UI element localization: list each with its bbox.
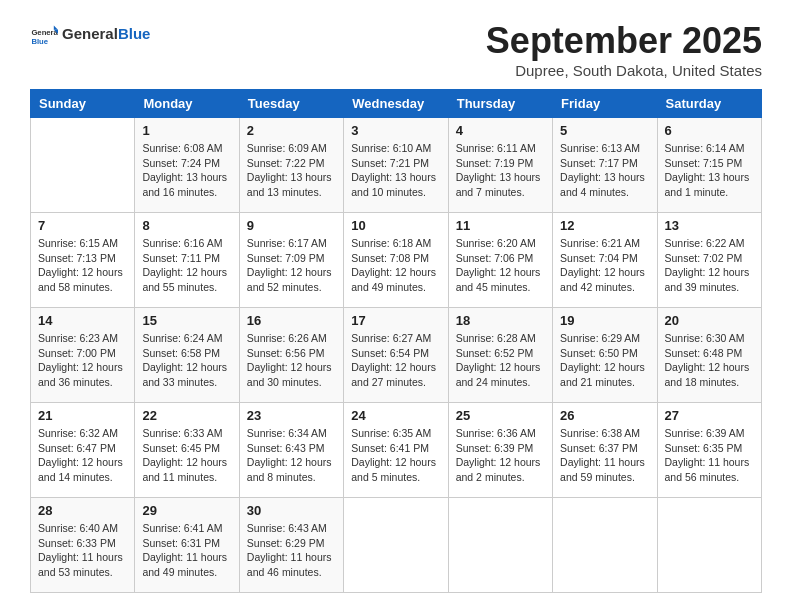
day-info: Sunrise: 6:11 AM Sunset: 7:19 PM Dayligh… bbox=[456, 141, 545, 200]
calendar-cell: 5Sunrise: 6:13 AM Sunset: 7:17 PM Daylig… bbox=[553, 118, 657, 213]
day-number: 18 bbox=[456, 313, 545, 328]
day-info: Sunrise: 6:23 AM Sunset: 7:00 PM Dayligh… bbox=[38, 331, 127, 390]
day-info: Sunrise: 6:39 AM Sunset: 6:35 PM Dayligh… bbox=[665, 426, 754, 485]
day-info: Sunrise: 6:33 AM Sunset: 6:45 PM Dayligh… bbox=[142, 426, 231, 485]
day-info: Sunrise: 6:26 AM Sunset: 6:56 PM Dayligh… bbox=[247, 331, 336, 390]
calendar-cell: 19Sunrise: 6:29 AM Sunset: 6:50 PM Dayli… bbox=[553, 308, 657, 403]
calendar-cell: 21Sunrise: 6:32 AM Sunset: 6:47 PM Dayli… bbox=[31, 403, 135, 498]
day-info: Sunrise: 6:21 AM Sunset: 7:04 PM Dayligh… bbox=[560, 236, 649, 295]
calendar-week-row: 1Sunrise: 6:08 AM Sunset: 7:24 PM Daylig… bbox=[31, 118, 762, 213]
day-number: 24 bbox=[351, 408, 440, 423]
day-number: 9 bbox=[247, 218, 336, 233]
day-number: 15 bbox=[142, 313, 231, 328]
day-info: Sunrise: 6:10 AM Sunset: 7:21 PM Dayligh… bbox=[351, 141, 440, 200]
header-wednesday: Wednesday bbox=[344, 90, 448, 118]
calendar-cell: 6Sunrise: 6:14 AM Sunset: 7:15 PM Daylig… bbox=[657, 118, 761, 213]
header-sunday: Sunday bbox=[31, 90, 135, 118]
calendar-table: SundayMondayTuesdayWednesdayThursdayFrid… bbox=[30, 89, 762, 593]
day-number: 8 bbox=[142, 218, 231, 233]
calendar-cell bbox=[553, 498, 657, 593]
header-friday: Friday bbox=[553, 90, 657, 118]
day-number: 20 bbox=[665, 313, 754, 328]
month-year: September 2025 bbox=[486, 20, 762, 62]
calendar-week-row: 21Sunrise: 6:32 AM Sunset: 6:47 PM Dayli… bbox=[31, 403, 762, 498]
calendar-cell: 29Sunrise: 6:41 AM Sunset: 6:31 PM Dayli… bbox=[135, 498, 239, 593]
day-info: Sunrise: 6:38 AM Sunset: 6:37 PM Dayligh… bbox=[560, 426, 649, 485]
day-number: 10 bbox=[351, 218, 440, 233]
calendar-cell: 18Sunrise: 6:28 AM Sunset: 6:52 PM Dayli… bbox=[448, 308, 552, 403]
header: General Blue GeneralBlue September 2025 … bbox=[30, 20, 762, 79]
calendar-cell bbox=[31, 118, 135, 213]
day-number: 29 bbox=[142, 503, 231, 518]
day-info: Sunrise: 6:18 AM Sunset: 7:08 PM Dayligh… bbox=[351, 236, 440, 295]
day-number: 13 bbox=[665, 218, 754, 233]
calendar-cell: 26Sunrise: 6:38 AM Sunset: 6:37 PM Dayli… bbox=[553, 403, 657, 498]
calendar-cell: 10Sunrise: 6:18 AM Sunset: 7:08 PM Dayli… bbox=[344, 213, 448, 308]
day-info: Sunrise: 6:27 AM Sunset: 6:54 PM Dayligh… bbox=[351, 331, 440, 390]
day-number: 5 bbox=[560, 123, 649, 138]
calendar-cell: 25Sunrise: 6:36 AM Sunset: 6:39 PM Dayli… bbox=[448, 403, 552, 498]
day-info: Sunrise: 6:36 AM Sunset: 6:39 PM Dayligh… bbox=[456, 426, 545, 485]
day-number: 26 bbox=[560, 408, 649, 423]
day-number: 3 bbox=[351, 123, 440, 138]
day-number: 4 bbox=[456, 123, 545, 138]
day-number: 1 bbox=[142, 123, 231, 138]
header-thursday: Thursday bbox=[448, 90, 552, 118]
calendar-cell: 15Sunrise: 6:24 AM Sunset: 6:58 PM Dayli… bbox=[135, 308, 239, 403]
day-info: Sunrise: 6:34 AM Sunset: 6:43 PM Dayligh… bbox=[247, 426, 336, 485]
day-info: Sunrise: 6:16 AM Sunset: 7:11 PM Dayligh… bbox=[142, 236, 231, 295]
calendar-cell: 20Sunrise: 6:30 AM Sunset: 6:48 PM Dayli… bbox=[657, 308, 761, 403]
calendar-week-row: 28Sunrise: 6:40 AM Sunset: 6:33 PM Dayli… bbox=[31, 498, 762, 593]
day-number: 6 bbox=[665, 123, 754, 138]
day-number: 17 bbox=[351, 313, 440, 328]
calendar-cell: 17Sunrise: 6:27 AM Sunset: 6:54 PM Dayli… bbox=[344, 308, 448, 403]
day-info: Sunrise: 6:15 AM Sunset: 7:13 PM Dayligh… bbox=[38, 236, 127, 295]
title-area: September 2025 Dupree, South Dakota, Uni… bbox=[486, 20, 762, 79]
logo-general: General bbox=[62, 25, 118, 42]
day-info: Sunrise: 6:28 AM Sunset: 6:52 PM Dayligh… bbox=[456, 331, 545, 390]
day-number: 23 bbox=[247, 408, 336, 423]
calendar-cell: 1Sunrise: 6:08 AM Sunset: 7:24 PM Daylig… bbox=[135, 118, 239, 213]
day-number: 25 bbox=[456, 408, 545, 423]
day-info: Sunrise: 6:08 AM Sunset: 7:24 PM Dayligh… bbox=[142, 141, 231, 200]
day-info: Sunrise: 6:24 AM Sunset: 6:58 PM Dayligh… bbox=[142, 331, 231, 390]
svg-text:Blue: Blue bbox=[31, 37, 48, 46]
day-number: 7 bbox=[38, 218, 127, 233]
day-info: Sunrise: 6:32 AM Sunset: 6:47 PM Dayligh… bbox=[38, 426, 127, 485]
calendar-cell: 16Sunrise: 6:26 AM Sunset: 6:56 PM Dayli… bbox=[239, 308, 343, 403]
day-info: Sunrise: 6:09 AM Sunset: 7:22 PM Dayligh… bbox=[247, 141, 336, 200]
day-number: 11 bbox=[456, 218, 545, 233]
calendar-cell: 4Sunrise: 6:11 AM Sunset: 7:19 PM Daylig… bbox=[448, 118, 552, 213]
calendar-cell: 2Sunrise: 6:09 AM Sunset: 7:22 PM Daylig… bbox=[239, 118, 343, 213]
calendar-cell: 24Sunrise: 6:35 AM Sunset: 6:41 PM Dayli… bbox=[344, 403, 448, 498]
calendar-cell: 9Sunrise: 6:17 AM Sunset: 7:09 PM Daylig… bbox=[239, 213, 343, 308]
day-number: 22 bbox=[142, 408, 231, 423]
day-number: 16 bbox=[247, 313, 336, 328]
location: Dupree, South Dakota, United States bbox=[486, 62, 762, 79]
day-info: Sunrise: 6:43 AM Sunset: 6:29 PM Dayligh… bbox=[247, 521, 336, 580]
calendar-cell bbox=[344, 498, 448, 593]
calendar-cell bbox=[448, 498, 552, 593]
day-number: 12 bbox=[560, 218, 649, 233]
calendar-cell: 12Sunrise: 6:21 AM Sunset: 7:04 PM Dayli… bbox=[553, 213, 657, 308]
logo: General Blue GeneralBlue bbox=[30, 20, 150, 48]
calendar-cell: 27Sunrise: 6:39 AM Sunset: 6:35 PM Dayli… bbox=[657, 403, 761, 498]
day-info: Sunrise: 6:29 AM Sunset: 6:50 PM Dayligh… bbox=[560, 331, 649, 390]
day-number: 2 bbox=[247, 123, 336, 138]
logo-icon: General Blue bbox=[30, 20, 58, 48]
day-number: 30 bbox=[247, 503, 336, 518]
header-tuesday: Tuesday bbox=[239, 90, 343, 118]
calendar-cell: 8Sunrise: 6:16 AM Sunset: 7:11 PM Daylig… bbox=[135, 213, 239, 308]
calendar-header-row: SundayMondayTuesdayWednesdayThursdayFrid… bbox=[31, 90, 762, 118]
day-number: 19 bbox=[560, 313, 649, 328]
calendar-cell: 13Sunrise: 6:22 AM Sunset: 7:02 PM Dayli… bbox=[657, 213, 761, 308]
day-info: Sunrise: 6:30 AM Sunset: 6:48 PM Dayligh… bbox=[665, 331, 754, 390]
day-info: Sunrise: 6:22 AM Sunset: 7:02 PM Dayligh… bbox=[665, 236, 754, 295]
calendar-week-row: 14Sunrise: 6:23 AM Sunset: 7:00 PM Dayli… bbox=[31, 308, 762, 403]
calendar-cell: 28Sunrise: 6:40 AM Sunset: 6:33 PM Dayli… bbox=[31, 498, 135, 593]
calendar-week-row: 7Sunrise: 6:15 AM Sunset: 7:13 PM Daylig… bbox=[31, 213, 762, 308]
calendar-cell: 11Sunrise: 6:20 AM Sunset: 7:06 PM Dayli… bbox=[448, 213, 552, 308]
day-number: 14 bbox=[38, 313, 127, 328]
calendar-cell: 14Sunrise: 6:23 AM Sunset: 7:00 PM Dayli… bbox=[31, 308, 135, 403]
calendar-cell bbox=[657, 498, 761, 593]
